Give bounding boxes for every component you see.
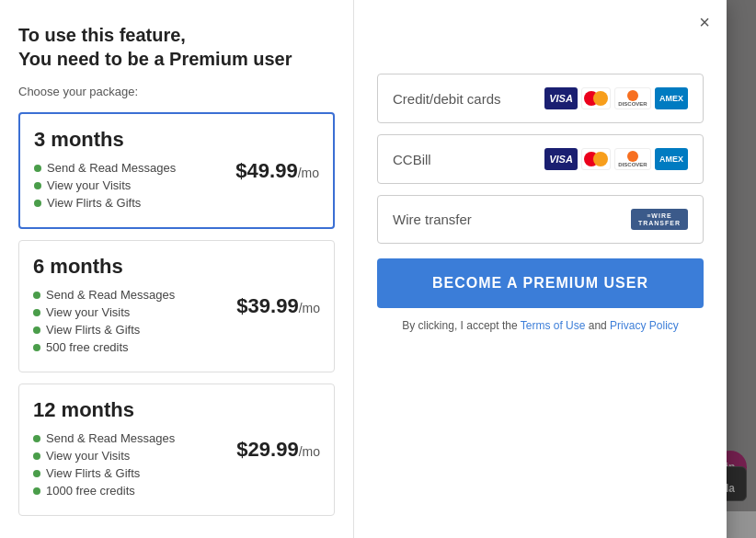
payment-ccbill[interactable]: CCBill VISA DISCOVER AMEX [377, 134, 704, 184]
ccbill-label: CCBill [393, 152, 431, 167]
wire-transfer-icon: ≡WIRE TRANSFER [631, 209, 688, 230]
bullet-icon [33, 344, 40, 351]
terms-text: By clicking, I accept the Terms of Use a… [377, 319, 704, 332]
bullet-icon [33, 435, 40, 442]
package-3months-price: $49.99/mo [235, 159, 319, 183]
payment-wire-transfer[interactable]: Wire transfer ≡WIRE TRANSFER [377, 195, 704, 244]
choose-package-label: Choose your package: [18, 85, 335, 98]
bullet-icon [34, 165, 41, 172]
modal-title: To use this feature, You need to be a Pr… [18, 23, 335, 71]
terms-of-use-link[interactable]: Terms of Use [521, 319, 586, 332]
bullet-icon [34, 182, 41, 189]
bullet-icon [33, 326, 40, 334]
package-6months-price: $39.99/mo [236, 294, 320, 318]
bullet-icon [34, 200, 41, 207]
bullet-icon [33, 487, 40, 495]
package-6months[interactable]: 6 months Send & Read Messages View your … [18, 240, 335, 372]
wire-transfer-label: Wire transfer [393, 212, 472, 227]
package-3months[interactable]: 3 months Send & Read Messages View your … [18, 112, 335, 229]
package-3months-name: 3 months [34, 128, 319, 152]
close-button[interactable]: × [693, 11, 716, 33]
bullet-icon [33, 309, 40, 316]
become-premium-button[interactable]: BECOME A PREMIUM USER [377, 258, 704, 308]
mastercard-icon [581, 87, 611, 109]
package-6months-name: 6 months [33, 255, 320, 279]
visa-icon-2: VISA [544, 148, 578, 170]
visa-icon: VISA [544, 87, 578, 109]
package-12months-price: $29.99/mo [236, 438, 320, 462]
amex-icon-2: AMEX [655, 148, 688, 170]
mastercard-icon-2 [581, 148, 611, 170]
left-panel: To use this feature, You need to be a Pr… [0, 0, 354, 538]
credit-card-icons: VISA DISCOVER AMEX [544, 87, 688, 109]
privacy-policy-link[interactable]: Privacy Policy [610, 319, 679, 332]
package-12months[interactable]: 12 months Send & Read Messages View your… [18, 383, 335, 516]
credit-cards-label: Credit/debit cards [393, 91, 501, 107]
discover-icon-2: DISCOVER [614, 148, 651, 170]
right-panel: Credit/debit cards VISA DISCOVER AMEX [354, 0, 727, 538]
amex-icon: AMEX [655, 87, 688, 109]
payment-credit-cards[interactable]: Credit/debit cards VISA DISCOVER AMEX [377, 74, 704, 123]
modal-dialog: × To use this feature, You need to be a … [0, 0, 727, 538]
modal-overlay: × To use this feature, You need to be a … [0, 0, 756, 538]
bullet-icon [33, 470, 40, 477]
bullet-icon [33, 452, 40, 460]
ccbill-card-icons: VISA DISCOVER AMEX [544, 148, 688, 170]
bullet-icon [33, 292, 40, 299]
discover-icon: DISCOVER [614, 87, 651, 109]
package-12months-name: 12 months [33, 398, 320, 422]
